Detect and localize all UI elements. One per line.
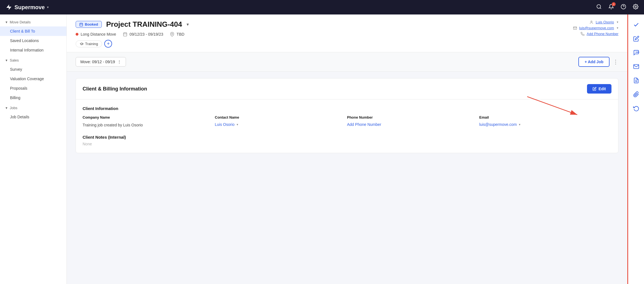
client-info-title: Client Information [83,106,611,111]
right-sidebar: SMS [627,14,644,284]
edit-label: Edit [599,87,606,91]
document-icon[interactable] [630,75,642,86]
settings-icon[interactable] [633,4,638,11]
destination-label: TBD [177,32,184,36]
sidebar-item-label: Survey [10,67,22,72]
search-icon[interactable] [596,4,602,11]
move-type: Long Distance Move [76,32,116,36]
job-bar-more-icon[interactable]: ⋮ [613,58,618,65]
email-text: luis@supermove.com [479,122,517,127]
add-job-button[interactable]: + Add Job [578,57,610,67]
job-bar-right: + Add Job ⋮ [578,57,618,67]
contact-email-chevron[interactable]: ▾ [617,26,618,30]
email-link[interactable]: luis@supermove.com ▾ [479,122,612,127]
sidebar-section-header-sales[interactable]: ▾ Sales [0,56,66,65]
help-icon[interactable] [621,4,626,11]
svg-point-13 [172,33,173,35]
svg-point-0 [597,4,601,8]
edit-pencil-icon[interactable] [630,33,642,45]
sidebar-item-saved-locations[interactable]: Saved Locations [0,36,66,45]
collapse-icon: ▾ [6,106,8,110]
client-notes-label: Client Notes (Internal) [83,135,611,139]
sidebar-item-proposals[interactable]: Proposals [0,84,66,93]
check-icon[interactable] [630,19,642,31]
job-bar: Move: 09/12 - 09/19 ⋮ + Add Job ⋮ [67,52,627,72]
job-pill[interactable]: Move: 09/12 - 09/19 ⋮ [76,57,126,67]
sidebar-item-label: Valuation Coverage [10,77,44,81]
sms-icon[interactable]: SMS [630,47,642,58]
contact-name[interactable]: Luis Osorio [596,20,614,24]
email-value: luis@supermove.com ▾ [479,122,612,128]
app-chevron[interactable]: ▾ [47,5,49,9]
project-title: Project TRAINING-404 [106,20,182,29]
paperclip-icon[interactable] [630,89,642,100]
svg-line-1 [600,8,601,9]
collapse-icon: ▾ [6,58,8,62]
table-row: Training job created by Luis Osorio Luis… [83,122,611,128]
contact-name-row: Luis Osorio ▾ [573,20,618,24]
svg-rect-9 [123,33,127,36]
top-navigation: Supermove ▾ 1 [0,0,644,14]
collapse-icon: ▾ [6,20,8,24]
sidebar-item-label: Internal Information [10,48,44,52]
status-badge: Booked [76,21,102,28]
project-tags: Training + [76,40,189,52]
main-layout: ▾ Move Details Client & Bill To Saved Lo… [0,14,644,284]
card-body: Client Information Company Name Contact … [76,99,618,153]
svg-text:SMS: SMS [635,51,639,53]
content-area: Booked Project TRAINING-404 ▾ Long Dista… [67,14,627,284]
card-header: Client & Billing Information Edit [76,79,618,99]
history-icon[interactable] [630,102,642,114]
project-title-chevron[interactable]: ▾ [187,22,189,27]
contact-name-link[interactable]: Luis Osorio ▾ [215,122,347,127]
main-content: Client & Billing Information Edit Client… [67,72,627,160]
sidebar-item-label: Billing [10,96,20,100]
col-email: Email [479,115,612,119]
svg-point-4 [635,6,636,7]
sidebar-item-label: Client & Bill To [10,29,35,33]
col-company-name: Company Name [83,115,215,119]
move-type-label: Long Distance Move [81,32,116,36]
sidebar-section-header-move-details[interactable]: ▾ Move Details [0,18,66,26]
phone-number-link[interactable]: Add Phone Number [347,122,479,127]
sidebar-item-client-bill-to[interactable]: Client & Bill To [0,26,66,36]
sidebar-item-survey[interactable]: Survey [0,65,66,74]
client-billing-card: Client & Billing Information Edit Client… [76,78,618,153]
sidebar: ▾ Move Details Client & Bill To Saved Lo… [0,14,67,284]
add-tag-button[interactable]: + [104,40,112,48]
job-label: Move: 09/12 - 09/19 [80,60,115,64]
edit-button[interactable]: Edit [587,84,611,94]
contact-email[interactable]: luis@supermove.com [579,26,614,30]
card-title: Client & Billing Information [83,86,147,92]
company-name-value: Training job created by Luis Osorio [83,122,215,128]
contact-name-chevron[interactable]: ▾ [617,20,618,24]
contact-email-row: luis@supermove.com ▾ [573,26,618,30]
app-logo[interactable]: Supermove [6,4,45,11]
project-header-top: Booked Project TRAINING-404 ▾ Long Dista… [76,20,618,52]
sidebar-item-valuation-coverage[interactable]: Valuation Coverage [0,74,66,84]
bell-icon[interactable]: 1 [608,4,614,11]
add-phone-number[interactable]: Add Phone Number [587,32,618,36]
section-label: Sales [10,58,19,62]
status-label: Booked [85,22,98,26]
sidebar-item-internal-information[interactable]: Internal Information [0,45,66,55]
phone-number-value: Add Phone Number [347,122,479,128]
section-label: Jobs [10,106,17,110]
project-title-group: Booked Project TRAINING-404 ▾ Long Dista… [76,20,189,52]
training-tag: Training [76,40,102,47]
project-title-row: Booked Project TRAINING-404 ▾ [76,20,189,29]
svg-rect-5 [80,23,83,26]
sidebar-section-header-jobs[interactable]: ▾ Jobs [0,104,66,112]
app-name: Supermove [14,4,45,11]
phone-number-text: Add Phone Number [347,122,381,127]
table-header: Company Name Contact Name Phone Number E… [83,115,611,119]
contact-name-dropdown: ▾ [237,123,238,126]
contact-name-value: Luis Osorio ▾ [215,122,347,128]
email-dropdown: ▾ [519,123,521,126]
sidebar-item-billing[interactable]: Billing [0,93,66,102]
mail-icon[interactable] [630,61,642,72]
sidebar-item-job-details[interactable]: Job Details [0,112,66,122]
client-notes-value: None [83,142,611,146]
contact-phone-row: Add Phone Number [573,32,618,36]
contact-name-text: Luis Osorio [215,122,235,127]
